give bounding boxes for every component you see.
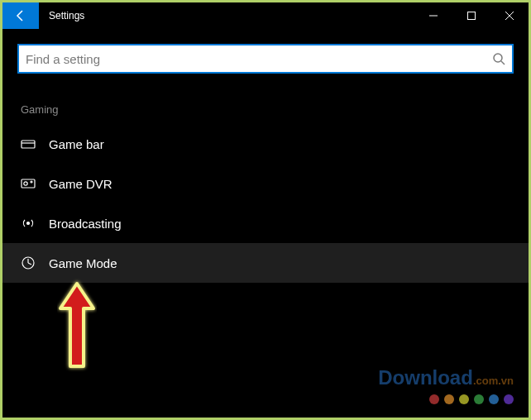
maximize-icon [467,12,476,20]
search-input[interactable] [26,52,492,66]
title-bar: Settings [2,2,529,29]
sidebar-item-game-bar[interactable]: Game bar [2,124,529,164]
search-icon [492,52,505,65]
section-header: Gaming [17,103,514,116]
close-button[interactable] [490,2,529,29]
svg-point-1 [494,54,502,62]
window-title: Settings [39,2,84,29]
sidebar-item-game-dvr[interactable]: Game DVR [2,164,529,203]
dot [459,394,469,404]
minimize-icon [429,12,438,20]
gamebar-icon [21,136,36,151]
window-frame: Settings Gaming Game bar [0,0,531,420]
svg-point-5 [31,181,32,183]
svg-point-4 [24,182,27,185]
dot [429,394,439,404]
watermark-dots [378,394,514,404]
back-button[interactable] [2,2,39,29]
broadcast-icon [21,216,36,231]
maximize-button[interactable] [452,2,490,29]
annotation-arrow [52,275,102,375]
arrow-left-icon [14,9,27,22]
nav-list: Game bar Game DVR Broadcasting Game Mode [17,124,514,283]
nav-item-label: Game Mode [49,256,117,270]
close-icon [505,12,514,20]
dot [489,394,499,404]
watermark-ext: .com.vn [473,375,514,387]
dot [444,394,454,404]
watermark-brand: Download [378,366,473,389]
sidebar-item-game-mode[interactable]: Game Mode [2,243,529,283]
content-area: Gaming Game bar Game DVR Broadcasting [2,29,529,283]
nav-item-label: Game DVR [49,177,112,191]
nav-item-label: Game bar [49,137,104,151]
dot [474,394,484,404]
nav-item-label: Broadcasting [49,217,122,231]
minimize-button[interactable] [414,2,452,29]
gamemode-icon [21,255,36,270]
gamedvr-icon [21,176,36,191]
svg-rect-0 [468,12,476,20]
watermark: Download.com.vn [378,366,514,404]
svg-rect-2 [22,141,35,148]
search-box[interactable] [17,44,514,74]
sidebar-item-broadcasting[interactable]: Broadcasting [2,203,529,243]
dot [504,394,514,404]
svg-point-6 [27,222,30,225]
watermark-text: Download.com.vn [378,366,514,389]
